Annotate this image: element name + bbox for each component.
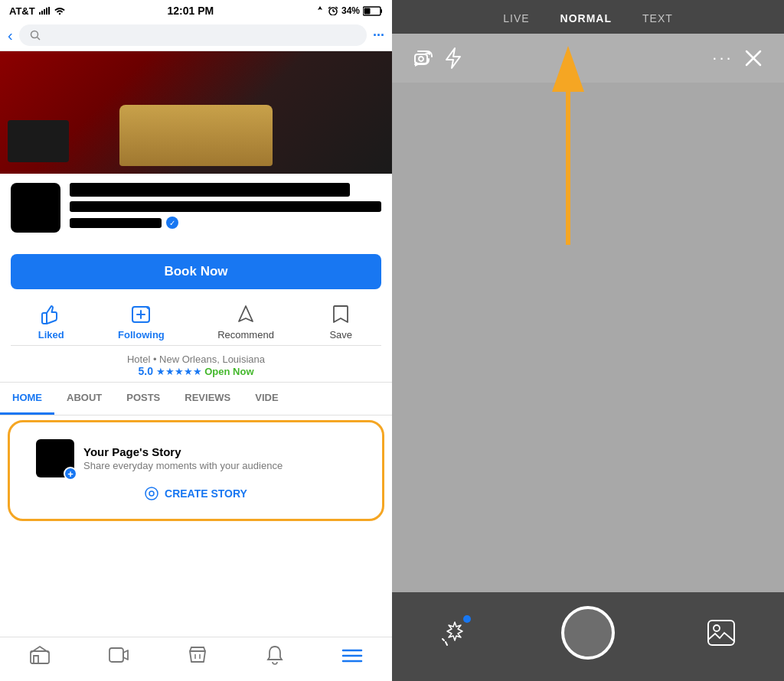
bottom-marketplace-icon[interactable] (188, 645, 207, 670)
svg-point-18 (145, 487, 158, 500)
svg-rect-21 (109, 648, 123, 662)
stars-icon: ★★★★★ (156, 366, 205, 377)
liked-button[interactable]: Liked (38, 303, 65, 340)
story-avatar-wrap: + (36, 439, 74, 477)
flip-camera-button[interactable] (407, 43, 438, 73)
story-text: Your Page's Story Share everyday moments… (83, 445, 356, 471)
shutter-button[interactable] (561, 606, 615, 660)
bookmark-icon-svg (332, 305, 349, 324)
battery-text: 34% (341, 5, 360, 16)
svg-point-26 (419, 57, 423, 61)
story-highlight-circle: + Your Page's Story Share everyday momen… (8, 420, 384, 521)
tab-home[interactable]: HOME (0, 383, 54, 415)
furniture-decoration (119, 105, 273, 166)
action-buttons: Liked Following Recommend (11, 295, 381, 346)
tab-reviews[interactable]: REVIEWS (172, 383, 243, 415)
book-now-button[interactable]: Book Now (11, 254, 381, 289)
svg-rect-25 (415, 54, 427, 64)
facebook-panel: AT&T 12:01 PM (0, 0, 392, 681)
profile-handle-redacted (70, 218, 162, 228)
effects-notification-dot (463, 615, 471, 623)
following-button[interactable]: Following (118, 303, 165, 340)
gallery-button[interactable] (702, 614, 740, 652)
nav-bar: ‹ ··· (0, 20, 392, 51)
create-story-button[interactable]: CREATE STORY (31, 487, 361, 500)
camera-small-icon (145, 487, 158, 500)
flip-camera-icon (410, 47, 435, 69)
recommend-icon-svg (236, 305, 256, 324)
close-camera-button[interactable] (738, 43, 769, 73)
search-bar[interactable] (19, 24, 367, 46)
search-icon (30, 30, 41, 41)
bottom-nav (0, 637, 392, 681)
flash-icon (444, 47, 462, 70)
profile-handle-row: ✓ (70, 217, 381, 229)
svg-point-13 (31, 31, 38, 38)
svg-point-19 (149, 491, 154, 496)
status-bar: AT&T 12:01 PM (0, 0, 392, 20)
like-icon-svg (41, 305, 62, 324)
svg-rect-1 (41, 11, 43, 15)
svg-rect-2 (44, 9, 45, 15)
bottom-home-icon[interactable] (29, 645, 51, 670)
thumbs-up-icon (38, 303, 65, 326)
tab-text[interactable]: TEXT (642, 12, 673, 24)
signal-icon (39, 7, 50, 15)
story-row[interactable]: + Your Page's Story Share everyday momen… (21, 433, 371, 484)
story-title: Your Page's Story (83, 445, 356, 458)
tab-normal[interactable]: NORMAL (560, 12, 612, 24)
following-label: Following (118, 329, 165, 340)
svg-rect-11 (364, 8, 371, 14)
tab-posts[interactable]: POSTS (114, 383, 172, 415)
effects-button[interactable] (436, 614, 474, 652)
tab-about[interactable]: ABOUT (54, 383, 114, 415)
recommend-label: Recommend (217, 329, 274, 340)
profile-section: ✓ (0, 174, 392, 248)
bottom-notifications-icon[interactable] (266, 645, 284, 670)
story-section: + Your Page's Story Share everyday momen… (10, 422, 382, 519)
tab-video[interactable]: VIDE (243, 383, 290, 415)
arrow-svg (507, 46, 629, 260)
status-time: 12:01 PM (167, 5, 214, 17)
svg-rect-12 (381, 9, 382, 13)
svg-rect-31 (708, 621, 734, 645)
battery-icon (363, 6, 383, 16)
svg-rect-0 (39, 12, 41, 15)
bottom-video-icon[interactable] (108, 646, 129, 670)
close-icon (745, 50, 762, 67)
location-text: Hotel • New Orleans, Louisiana (127, 354, 265, 365)
svg-rect-3 (46, 8, 47, 15)
tab-live[interactable]: LIVE (503, 12, 529, 24)
save-icon (327, 303, 354, 326)
profile-row: ✓ (11, 183, 381, 233)
camera-panel: LIVE NORMAL TEXT ··· (392, 0, 784, 681)
location-icon (315, 6, 325, 15)
camera-controls (392, 592, 784, 681)
svg-point-32 (714, 625, 720, 631)
verified-badge: ✓ (166, 217, 178, 229)
status-right: 34% (315, 5, 383, 16)
sofa-decoration (8, 120, 69, 162)
more-button[interactable]: ··· (373, 28, 384, 44)
gallery-icon (706, 618, 737, 647)
effects-icon (441, 619, 469, 647)
svg-line-14 (37, 37, 40, 41)
back-button[interactable]: ‹ (8, 27, 13, 44)
recommend-icon (232, 303, 260, 326)
rating-text: 5.0 (139, 365, 153, 377)
add-story-icon: + (64, 467, 77, 481)
save-button[interactable]: Save (327, 303, 354, 340)
alarm-icon (328, 6, 338, 15)
recommend-button[interactable]: Recommend (217, 303, 274, 340)
camera-mode-tabs: LIVE NORMAL TEXT (392, 0, 784, 34)
create-story-label: CREATE STORY (165, 487, 247, 500)
profile-name-redacted (70, 183, 350, 197)
profile-info: ✓ (70, 183, 381, 229)
profile-name-redacted2 (70, 201, 381, 212)
save-label: Save (329, 329, 352, 340)
flash-button[interactable] (438, 43, 469, 73)
wifi-icon (54, 6, 66, 15)
liked-label: Liked (38, 329, 64, 340)
bottom-menu-icon[interactable] (341, 646, 363, 670)
more-options-button[interactable]: ··· (707, 43, 738, 73)
